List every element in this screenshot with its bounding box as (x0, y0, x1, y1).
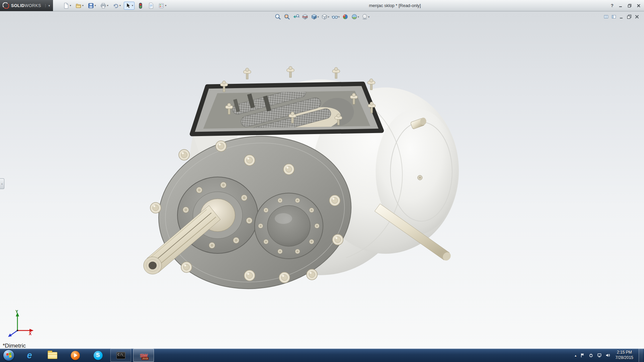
gearbox-model[interactable] (0, 11, 644, 349)
help-button[interactable]: ? (611, 3, 613, 8)
chevron-down-icon[interactable]: ▾ (70, 4, 71, 7)
headsup-view-toolbar: ▾ ▾ ▾ ▾ ▾ (274, 13, 370, 21)
power-plug-icon[interactable] (589, 353, 593, 358)
zoom-to-area-button[interactable] (283, 13, 291, 21)
taskbar-item-file-explorer[interactable] (42, 349, 63, 362)
save-icon (88, 3, 94, 9)
media-player-icon (71, 351, 80, 360)
minimize-button[interactable] (619, 4, 623, 8)
chevron-down-icon[interactable]: ▾ (45, 4, 50, 7)
section-view-button[interactable] (301, 13, 309, 21)
open-folder-icon (75, 3, 82, 9)
main-toolbar: ▾ ▾ ▾ ▾ (62, 2, 168, 10)
chevron-down-icon[interactable]: ▾ (95, 4, 96, 7)
taskbar-item-internet-explorer[interactable]: e (19, 349, 40, 362)
volume-icon[interactable] (605, 353, 610, 358)
solidworks-version-badge: 2015 (142, 357, 149, 360)
chevron-down-icon[interactable]: ▾ (368, 15, 370, 18)
split-view-icon[interactable] (604, 14, 608, 20)
section-view-icon (302, 13, 308, 20)
start-button[interactable] (0, 349, 17, 362)
chevron-down-icon[interactable]: ▾ (317, 15, 319, 18)
folder-icon (48, 352, 57, 359)
taskbar-item-command-prompt[interactable]: C:\_ (110, 349, 131, 362)
z-axis-arrow (11, 330, 17, 335)
windows-orb-icon (3, 350, 14, 361)
previous-view-button[interactable] (292, 13, 300, 21)
chevron-down-icon[interactable]: ▾ (107, 4, 108, 7)
document-window-controls (604, 14, 639, 20)
chevron-down-icon[interactable]: ▾ (132, 4, 133, 7)
window-controls: ? (611, 0, 641, 11)
new-document-button[interactable]: ▾ (62, 2, 72, 10)
taskbar-item-skype[interactable]: S (88, 349, 108, 362)
hidden-icons-chevron[interactable]: ▴ (575, 354, 577, 357)
options-icon (158, 3, 164, 9)
chevron-down-icon[interactable]: ▾ (119, 4, 121, 7)
doc-minimize-button[interactable] (619, 14, 624, 20)
save-button[interactable]: ▾ (87, 2, 97, 10)
options-button[interactable]: ▾ (157, 2, 168, 10)
app-titlebar: SOLIDWORKS ▾ ▾ ▾ ▾ (0, 0, 644, 11)
doc-restore-button[interactable] (627, 14, 632, 20)
reference-triad: Y X (3, 309, 36, 337)
viewport-3d[interactable]: ▾ ▾ ▾ ▾ ▾ (0, 11, 644, 349)
rebuild-button[interactable] (136, 2, 145, 10)
solidworks-menu-button[interactable]: SOLIDWORKS ▾ (0, 0, 53, 11)
previous-view-icon (292, 13, 299, 20)
brand-text: SOLIDWORKS (11, 3, 41, 8)
taskbar-items: e S C:\_ SW 2015 (19, 349, 154, 362)
select-button[interactable]: ▾ (124, 2, 135, 10)
show-desktop-button[interactable] (639, 349, 643, 362)
rebuild-icon (138, 3, 144, 9)
zoom-to-fit-icon (274, 13, 281, 20)
display-style-icon (321, 13, 328, 20)
file-properties-button[interactable] (147, 2, 155, 10)
windows-flag-icon (6, 353, 11, 358)
chevron-down-icon[interactable]: ▾ (328, 15, 329, 18)
chevron-down-icon[interactable]: ▾ (358, 15, 359, 18)
chevron-down-icon[interactable]: ▾ (338, 15, 339, 18)
tray-time: 2:15 PM (615, 350, 633, 355)
close-button[interactable] (637, 4, 641, 8)
network-icon[interactable] (597, 353, 602, 358)
x-axis-label: X (29, 331, 32, 336)
restore-button[interactable] (628, 4, 632, 8)
taskbar: e S C:\_ SW 2015 ▴ (0, 349, 644, 362)
y-axis-label: Y (15, 309, 18, 314)
view-orientation-button[interactable]: ▾ (310, 13, 319, 21)
view-settings-button[interactable]: ▾ (361, 13, 370, 21)
print-icon (100, 3, 106, 9)
panel-collapse-handle[interactable]: ‹ (0, 178, 4, 189)
hide-show-items-button[interactable]: ▾ (331, 13, 340, 21)
open-button[interactable]: ▾ (74, 2, 85, 10)
edit-appearance-icon (342, 13, 349, 20)
display-style-button[interactable]: ▾ (320, 13, 330, 21)
zoom-to-area-icon (283, 13, 290, 20)
view-orientation-icon (311, 13, 317, 20)
taskbar-item-media-player[interactable] (65, 349, 86, 362)
zoom-to-fit-button[interactable] (274, 13, 282, 21)
command-prompt-icon: C:\_ (116, 352, 125, 359)
view-settings-icon (362, 13, 368, 20)
solidworks-app-icon: SW 2015 (139, 351, 149, 360)
pane-icon[interactable] (611, 14, 616, 20)
tray-clock[interactable]: 2:15 PM 7/28/2015 (615, 350, 633, 360)
tray-date: 7/28/2015 (615, 355, 633, 361)
doc-close-button[interactable] (635, 14, 639, 20)
edit-appearance-button[interactable] (341, 13, 350, 21)
apply-scene-button[interactable]: ▾ (351, 13, 360, 21)
screen: SOLIDWORKS ▾ ▾ ▾ ▾ (0, 0, 644, 362)
skype-icon: S (94, 351, 103, 360)
solidworks-logo-icon (3, 2, 9, 9)
view-orientation-label: *Dimetric (3, 343, 26, 349)
undo-icon (113, 3, 119, 9)
chevron-down-icon[interactable]: ▾ (165, 4, 166, 7)
taskbar-item-solidworks[interactable]: SW 2015 (133, 349, 154, 362)
action-center-flag-icon[interactable] (580, 353, 585, 358)
select-cursor-icon (125, 3, 131, 9)
undo-button[interactable]: ▾ (111, 2, 122, 10)
chevron-down-icon[interactable]: ▾ (82, 4, 84, 7)
print-button[interactable]: ▾ (99, 2, 110, 10)
system-tray: ▴ 2:15 PM 7/28/2015 (575, 349, 643, 362)
